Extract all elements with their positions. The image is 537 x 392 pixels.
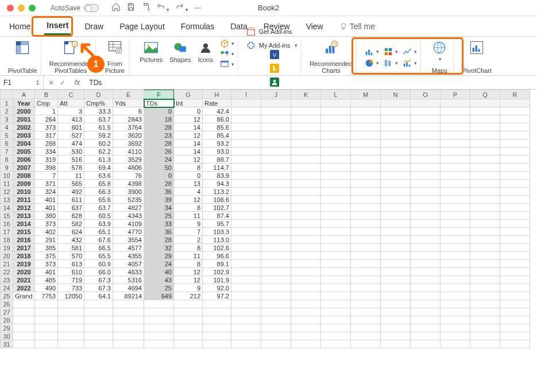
row-header[interactable]: 18 (1, 236, 13, 244)
cell[interactable]: 4110 (113, 148, 144, 156)
cell[interactable] (381, 332, 411, 340)
cell[interactable] (291, 292, 321, 300)
cell[interactable] (321, 148, 351, 156)
cell[interactable]: 2002 (13, 123, 35, 131)
cell[interactable]: 43 (144, 276, 174, 284)
cell[interactable] (500, 236, 530, 244)
row-header[interactable]: 23 (1, 276, 13, 284)
row-header[interactable]: 30 (1, 332, 13, 340)
cell[interactable] (500, 180, 530, 188)
cell[interactable]: 4827 (113, 204, 144, 212)
col-header-N[interactable]: N (381, 90, 411, 99)
cell[interactable] (381, 268, 411, 276)
col-header-Q[interactable]: Q (470, 90, 500, 99)
row-header[interactable]: 10 (1, 172, 13, 180)
row-header[interactable]: 28 (1, 316, 13, 324)
cell[interactable] (84, 316, 113, 324)
autosave-toggle[interactable]: AutoSave (51, 4, 99, 12)
cell[interactable]: 628 (58, 212, 84, 220)
cell[interactable] (291, 324, 321, 332)
row-header[interactable]: 17 (1, 228, 13, 236)
cell[interactable]: 4770 (113, 228, 144, 236)
cell[interactable] (35, 340, 58, 348)
cell[interactable] (411, 340, 441, 348)
cell[interactable]: 719 (58, 276, 84, 284)
cell[interactable] (500, 252, 530, 260)
cell[interactable]: 2011 (13, 196, 35, 204)
cell[interactable] (500, 156, 530, 164)
cell[interactable] (351, 180, 381, 188)
cell[interactable] (411, 292, 441, 300)
tab-view[interactable]: View (304, 18, 326, 34)
name-box[interactable]: F1 ▲▼ (0, 76, 44, 89)
cell[interactable] (351, 196, 381, 204)
cell[interactable] (500, 260, 530, 268)
cell[interactable] (261, 107, 291, 115)
tab-home[interactable]: Home (7, 18, 33, 34)
shapes-button[interactable]: Shapes (167, 39, 193, 65)
cell[interactable] (261, 316, 291, 324)
cell[interactable]: 93.2 (203, 139, 231, 148)
col-header-E[interactable]: E (113, 90, 144, 99)
cell[interactable] (470, 212, 500, 220)
pictures-button[interactable]: Pictures (137, 39, 165, 65)
row-header[interactable]: 22 (1, 268, 13, 276)
cell[interactable] (351, 204, 381, 212)
cell[interactable]: 5235 (113, 196, 144, 204)
cell[interactable] (500, 131, 530, 139)
cell[interactable]: 69.4 (84, 164, 113, 172)
cell[interactable] (174, 332, 203, 340)
cell[interactable] (500, 172, 530, 180)
cell[interactable] (321, 204, 351, 212)
cell[interactable] (13, 308, 35, 316)
cell[interactable] (411, 164, 441, 172)
cell[interactable] (231, 188, 261, 196)
cell[interactable] (441, 244, 470, 252)
cell[interactable]: TDs (144, 99, 174, 107)
row-header[interactable]: 13 (1, 196, 13, 204)
cell[interactable]: 25 (144, 212, 174, 220)
cell[interactable] (411, 300, 441, 308)
cell[interactable] (231, 252, 261, 260)
row-header[interactable]: 6 (1, 139, 13, 148)
cell[interactable] (441, 228, 470, 236)
cell[interactable] (441, 260, 470, 268)
cell[interactable]: 2 (174, 236, 203, 244)
cell[interactable]: 101.9 (203, 276, 231, 284)
cell[interactable]: 8 (174, 204, 203, 212)
cell[interactable] (231, 340, 261, 348)
row-header[interactable]: 7 (1, 148, 13, 156)
cell[interactable] (411, 131, 441, 139)
cell[interactable]: 65.1 (84, 228, 113, 236)
cell[interactable]: 611 (58, 196, 84, 204)
cell[interactable] (411, 204, 441, 212)
cell[interactable] (174, 316, 203, 324)
cell[interactable] (411, 252, 441, 260)
cell[interactable]: 94.3 (203, 180, 231, 188)
cell[interactable] (291, 340, 321, 348)
cell[interactable] (411, 99, 441, 107)
cell[interactable] (441, 172, 470, 180)
cell[interactable] (500, 148, 530, 156)
cell[interactable] (441, 131, 470, 139)
cell[interactable] (470, 324, 500, 332)
tab-draw[interactable]: Draw (82, 18, 106, 34)
close-window-icon[interactable] (7, 5, 14, 11)
cell[interactable] (261, 196, 291, 204)
row-header[interactable]: 12 (1, 188, 13, 196)
more-icon[interactable]: ⋯ (194, 4, 201, 12)
cell[interactable] (231, 228, 261, 236)
cell[interactable]: Yds (113, 99, 144, 107)
cell[interactable]: 59.2 (84, 131, 113, 139)
cell[interactable] (113, 340, 144, 348)
cell[interactable] (113, 316, 144, 324)
cell[interactable] (411, 244, 441, 252)
cell[interactable]: 12 (174, 276, 203, 284)
cell[interactable]: Year (13, 99, 35, 107)
cell[interactable]: 264 (35, 115, 58, 123)
cell[interactable] (381, 139, 411, 148)
cell[interactable] (84, 300, 113, 308)
cell[interactable] (291, 308, 321, 316)
cell[interactable]: 39 (144, 196, 174, 204)
cell[interactable] (261, 252, 291, 260)
